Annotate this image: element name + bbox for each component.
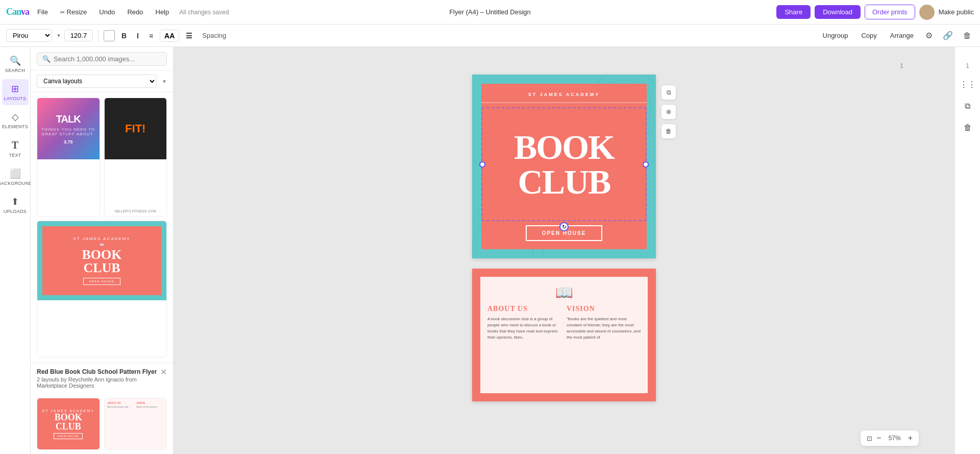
- arrange-button[interactable]: Arrange: [886, 30, 918, 41]
- delete-button[interactable]: 🗑: [960, 119, 976, 136]
- academy-text: ST JAMES ACADEMY: [528, 92, 600, 97]
- order-prints-button[interactable]: Order prints: [865, 5, 915, 19]
- layout-filter[interactable]: Canva layouts: [37, 75, 157, 88]
- top-right-actions: Share Download Order prints Make public: [776, 5, 974, 20]
- coral-card: ST JAMES ACADEMY BOOK CLUB ↻ OPEN HOUSE: [481, 84, 647, 249]
- redo-btn[interactable]: Redo: [123, 6, 147, 18]
- close-template-info[interactable]: ✕: [160, 367, 167, 377]
- vision-column: VISION "Books are the quietest and most …: [567, 305, 641, 341]
- layout-1-visual: ST JAMES ACADEMY BOOK CLUB OPEN HOUSE: [37, 398, 100, 449]
- uploads-icon: ⬆: [11, 196, 19, 207]
- layout-thumb-talk[interactable]: TALK THINGS YOU NEED TOGREAT STUFF ABOUT…: [37, 98, 100, 217]
- sidebar-item-uploads[interactable]: ⬆ Uploads: [2, 192, 29, 218]
- sidebar-label-elements: Elements: [2, 124, 28, 129]
- canvas-area[interactable]: 1 ST JAMES: [174, 47, 954, 454]
- text-icon: T: [12, 139, 18, 151]
- search-icon: 🔍: [10, 55, 21, 66]
- make-public-button[interactable]: Make public: [939, 8, 974, 16]
- text-style-button[interactable]: AA: [160, 30, 179, 42]
- trash-button[interactable]: 🗑: [961, 30, 974, 42]
- copy-page-btn[interactable]: ⊕: [661, 104, 676, 120]
- duplicate-button[interactable]: ⧉: [961, 98, 974, 115]
- book-text: BOOK: [514, 130, 614, 164]
- avatar[interactable]: [919, 5, 935, 20]
- layout-preview-1[interactable]: ST JAMES ACADEMY BOOK CLUB OPEN HOUSE: [37, 398, 100, 450]
- sidebar-item-text[interactable]: T Text: [2, 135, 29, 162]
- layout-thumbnails: TALK THINGS YOU NEED TOGREAT STUFF ABOUT…: [31, 92, 173, 363]
- duplicate-page-btn[interactable]: ⧉: [661, 85, 676, 100]
- vision-title: VISION: [567, 305, 641, 313]
- search-icon: 🔍: [42, 55, 51, 63]
- font-selector[interactable]: Pirou: [6, 29, 52, 42]
- file-menu[interactable]: File: [33, 6, 52, 18]
- layout-previews: ST JAMES ACADEMY BOOK CLUB OPEN HOUSE AB…: [31, 394, 173, 454]
- zoom-in-button[interactable]: +: [908, 434, 913, 443]
- sidebar-label-uploads: Uploads: [4, 209, 27, 214]
- layout-preview-2[interactable]: ABOUT US A book discussion club... VISIO…: [104, 398, 167, 450]
- flyer-2: 📖 ABOUT US A book discussion club is a g…: [472, 269, 656, 401]
- link-button[interactable]: 🔗: [940, 29, 955, 42]
- download-button[interactable]: Download: [815, 5, 861, 19]
- more-options-button[interactable]: ⚙: [923, 29, 935, 42]
- zoom-out-button[interactable]: −: [876, 434, 881, 443]
- talk-preview: TALK THINGS YOU NEED TOGREAT STUFF ABOUT…: [37, 98, 100, 159]
- right-sidebar: 1 ⋮⋮ ⧉ 🗑: [954, 47, 980, 454]
- club-text: CLUB: [518, 164, 610, 199]
- italic-button[interactable]: I: [133, 30, 142, 41]
- saved-status: All changes saved: [179, 9, 229, 16]
- layouts-icon: ⊞: [11, 83, 19, 94]
- page-indicator: 1: [966, 62, 969, 69]
- font-size-input[interactable]: [64, 30, 93, 41]
- zoom-controls: ⊡ − 57% +: [861, 431, 919, 446]
- template-title: Red Blue Book Club School Pattern Flyer: [37, 368, 167, 375]
- sidebar-item-layouts[interactable]: ⊞ Layouts: [2, 79, 29, 105]
- layout-thumb-fit[interactable]: FIT! MILLER'S FITNESS GYM: [104, 98, 167, 217]
- spacing-label: Spacing: [202, 32, 226, 39]
- grid-view-button[interactable]: ⋮⋮: [955, 76, 980, 93]
- vision-text: "Books are the quietest and most constan…: [567, 316, 641, 341]
- page-number-1: 1: [900, 62, 903, 69]
- zoom-level: 57%: [886, 435, 904, 442]
- page-2-canvas[interactable]: 📖 ABOUT US A book discussion club is a g…: [472, 269, 656, 401]
- document-title: Flyer (A4) – Untitled Design: [449, 8, 531, 16]
- font-dropdown-arrow: ▼: [56, 33, 61, 38]
- share-button[interactable]: Share: [776, 5, 811, 19]
- sidebar-item-background[interactable]: ⬜ Background: [2, 164, 29, 190]
- delete-page-btn[interactable]: 🗑: [661, 124, 676, 139]
- search-area: 🔍: [31, 47, 173, 70]
- background-icon: ⬜: [10, 168, 21, 179]
- align-button[interactable]: ≡: [145, 30, 157, 41]
- canvas-side-tools: ⧉ ⊕ 🗑: [661, 85, 676, 139]
- format-toolbar: Pirou ▼ B I ≡ AA ☰ Spacing Ungroup Copy …: [0, 25, 980, 47]
- elements-icon: ◇: [12, 111, 19, 123]
- sidebar-item-search[interactable]: 🔍 Search: [2, 51, 29, 77]
- undo-btn[interactable]: Undo: [95, 6, 119, 18]
- divider-1: [98, 30, 99, 42]
- help-btn[interactable]: Help: [152, 6, 174, 18]
- about-us-text: A book discussion club is a group of peo…: [487, 316, 561, 341]
- bold-button[interactable]: B: [118, 30, 130, 41]
- list-button[interactable]: ☰: [182, 30, 196, 41]
- fit-page-button[interactable]: ⊡: [867, 435, 872, 442]
- layout-thumb-bookclub[interactable]: ST JAMES ACADEMY 📖 BOOK CLUB OPEN HOUSE: [37, 221, 167, 357]
- rotate-handle[interactable]: ↻: [559, 222, 569, 231]
- search-input[interactable]: [54, 55, 161, 63]
- bookclub-preview: ST JAMES ACADEMY 📖 BOOK CLUB OPEN HOUSE: [37, 221, 166, 300]
- text-color-swatch[interactable]: [104, 30, 115, 41]
- resize-btn[interactable]: ✂ Resize: [56, 6, 91, 18]
- sidebar-item-elements[interactable]: ◇ Elements: [2, 107, 29, 133]
- copy-button[interactable]: Copy: [857, 30, 880, 41]
- about-us-title: ABOUT US: [487, 305, 561, 313]
- search-box: 🔍: [37, 52, 167, 66]
- filter-row: Canva layouts ▼: [31, 70, 173, 92]
- academy-header: ST JAMES ACADEMY: [481, 84, 647, 103]
- title-selection-area[interactable]: BOOK CLUB ↻: [481, 107, 647, 221]
- main-area: 🔍 Search ⊞ Layouts ◇ Elements T Text ⬜ B…: [0, 47, 980, 454]
- left-panel: 🔍 Canva layouts ▼ TALK THINGS YOU NEED T…: [31, 47, 174, 454]
- book-icon: 📖: [487, 284, 641, 301]
- flyer2-content: 📖 ABOUT US A book discussion club is a g…: [487, 284, 641, 391]
- handle-right: [643, 161, 649, 168]
- ungroup-button[interactable]: Ungroup: [819, 30, 852, 41]
- canva-logo: Canva: [6, 7, 29, 17]
- page-1-canvas[interactable]: ST JAMES ACADEMY BOOK CLUB ↻ OPEN HOUSE: [472, 75, 656, 258]
